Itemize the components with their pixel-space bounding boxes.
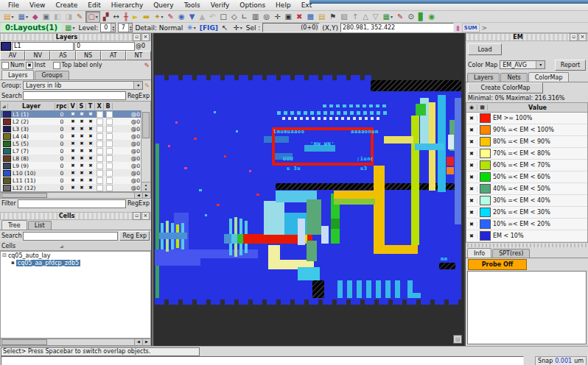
colormap-row[interactable]: ✖ 40% =< EM < 50% xyxy=(466,183,587,195)
chevron-down-icon[interactable]: ▾ xyxy=(133,82,142,89)
menu-item[interactable]: Create xyxy=(50,1,83,10)
palette-icon[interactable]: ▦ xyxy=(477,104,488,110)
b-checkbox[interactable] xyxy=(106,133,113,140)
column-header[interactable]: B xyxy=(104,103,113,110)
visible-check-icon[interactable]: ✖ xyxy=(69,133,77,139)
tree-collapse-icon[interactable]: ⊟ xyxy=(2,252,7,258)
cursor-tool-icon[interactable]: ↖ xyxy=(220,23,229,33)
float-panel-icon[interactable]: ▫ xyxy=(570,33,578,41)
text-check-icon[interactable]: ✖ xyxy=(86,177,95,183)
b-checkbox[interactable] xyxy=(106,170,113,177)
group-combo[interactable]: Layers in lib ▾ xyxy=(23,81,143,90)
crosshair-tool-button[interactable]: ✛ ▾ xyxy=(231,23,243,33)
colormap-row[interactable]: ✖ 10% =< EM < 20% xyxy=(466,219,587,230)
edit-group-icon[interactable]: ✎ xyxy=(144,82,150,89)
eye-icon[interactable]: ◉ xyxy=(466,104,477,110)
load-button[interactable]: Load xyxy=(468,43,502,55)
scrollbar-thumb[interactable] xyxy=(1,193,47,198)
layer-row[interactable]: L8 (8) 0 ✖ ✖ ✖ @0 xyxy=(1,155,141,162)
flag-button[interactable]: ⚑ ▾ xyxy=(328,12,337,22)
visible-check-icon[interactable]: ✖ xyxy=(69,111,77,117)
clean-button[interactable]: ✎ ▾ xyxy=(75,12,84,22)
visible-check-icon[interactable]: ✖ xyxy=(466,151,477,157)
create-colormap-button[interactable]: Create ColorMap xyxy=(468,82,543,93)
layout-view-icon[interactable]: ▦ ▾ xyxy=(63,23,76,33)
tab[interactable]: Groups xyxy=(35,71,69,79)
select-check-icon[interactable]: ✖ xyxy=(77,111,86,117)
column-header[interactable]: Layer xyxy=(8,103,55,110)
float-panel-icon[interactable]: ▫ xyxy=(133,33,141,41)
text-check-icon[interactable]: ✖ xyxy=(86,185,95,191)
canvas-corner-icon[interactable]: ◲ xyxy=(453,335,462,344)
raise-button[interactable]: ↑ ▾ xyxy=(351,12,360,22)
text-check-icon[interactable]: ✖ xyxy=(86,118,95,124)
x-checkbox[interactable] xyxy=(97,185,103,191)
zoom-out-button[interactable]: ▽ ▾ xyxy=(371,12,380,22)
marker-pen-button[interactable]: ✎ ▾ xyxy=(396,12,405,22)
layer-visibility-button[interactable]: AT xyxy=(101,51,126,60)
colormap-row[interactable]: ✖ 70% =< EM < 80% xyxy=(466,148,587,160)
select-check-icon[interactable]: ✖ xyxy=(77,133,86,139)
redraw-mode-button[interactable]: ✳ ▾ xyxy=(185,23,197,33)
visible-check-icon[interactable]: ✖ xyxy=(69,126,77,132)
scrollbar-thumb[interactable] xyxy=(142,112,150,138)
level-min-spinner[interactable]: 0 ▴▾ xyxy=(100,23,116,32)
layer-filter-input[interactable] xyxy=(18,199,126,208)
text-check-icon[interactable]: ✖ xyxy=(86,170,95,176)
x-checkbox[interactable] xyxy=(97,118,103,125)
key-button[interactable]: ✦ ▾ xyxy=(153,12,164,22)
layer-row[interactable]: L1 (1) 0 ✖ ✖ ✖ @0 xyxy=(1,110,141,118)
text-check-icon[interactable]: ✖ xyxy=(86,155,95,161)
scroll-left-icon[interactable]: ◀ xyxy=(134,339,142,345)
menu-item[interactable]: Hierarchy xyxy=(106,1,149,10)
layer-row[interactable]: L3 (3) 0 ✖ ✖ ✖ @0 xyxy=(1,125,141,132)
menu-item[interactable]: Help xyxy=(270,1,296,10)
current-layer-name-field[interactable] xyxy=(12,42,74,51)
b-checkbox[interactable] xyxy=(106,141,113,147)
copy-button[interactable]: ▣ ▾ xyxy=(284,12,293,22)
top-label-only-checkbox[interactable] xyxy=(53,62,60,69)
sort-icon[interactable]: ⊿ xyxy=(60,244,63,249)
em-scroll-strip[interactable] xyxy=(467,244,587,247)
delete-button[interactable]: ✖ ▾ xyxy=(295,12,304,22)
current-layer-swatch[interactable] xyxy=(1,42,11,51)
layer-visibility-button[interactable]: NT xyxy=(126,51,151,60)
x-checkbox[interactable] xyxy=(97,133,103,140)
probe-pen-button[interactable]: ✎ ▾ xyxy=(167,12,175,22)
cell-search-input[interactable] xyxy=(23,232,118,241)
align-button[interactable]: ▧ ▾ xyxy=(339,12,349,22)
b-checkbox[interactable] xyxy=(106,126,113,132)
download-button[interactable]: ▼ ▾ xyxy=(188,12,197,22)
menu-item[interactable]: File xyxy=(3,1,24,10)
layer-row[interactable]: L10 (10) 0 ✖ ✖ ✖ @0 xyxy=(1,169,141,177)
select-check-icon[interactable]: ✖ xyxy=(77,126,86,132)
colormap-row[interactable]: ✖ EM < 10% xyxy=(466,230,587,242)
visible-check-icon[interactable]: ✖ xyxy=(466,233,477,239)
text-check-icon[interactable]: ✖ xyxy=(86,126,95,132)
text-check-icon[interactable]: ✖ xyxy=(86,133,95,139)
b-checkbox[interactable] xyxy=(106,118,113,125)
select-check-icon[interactable]: ✖ xyxy=(77,177,86,183)
column-header[interactable]: rpc xyxy=(55,103,69,110)
layer-visibility-button[interactable]: NV xyxy=(25,51,50,60)
workbench-button[interactable]: ▞ ▾ xyxy=(102,12,111,22)
draw-polygon-button[interactable]: ◇ ▾ xyxy=(230,12,239,22)
menu-item[interactable]: Tools xyxy=(179,1,206,10)
marker-icon[interactable]: ▮ xyxy=(456,24,460,32)
tab[interactable]: ColorMap xyxy=(528,72,570,82)
select-check-icon[interactable]: ✖ xyxy=(77,170,86,176)
undo-button[interactable]: ↶ ▾ xyxy=(208,12,217,22)
visible-check-icon[interactable]: ✖ xyxy=(466,210,477,216)
visible-check-icon[interactable]: ✖ xyxy=(466,116,477,121)
library-button[interactable]: ◆ ▾ xyxy=(31,12,40,22)
b-checkbox[interactable] xyxy=(106,148,113,155)
scroll-right-icon[interactable]: ▶ xyxy=(142,193,150,198)
scroll-left-icon[interactable]: ◀ xyxy=(134,193,142,198)
select-check-icon[interactable]: ✖ xyxy=(77,118,86,124)
save-button[interactable]: ▦ ▾ xyxy=(16,12,29,22)
fit-width-button[interactable]: ↔ ▾ xyxy=(112,12,121,22)
visible-check-icon[interactable]: ✖ xyxy=(466,186,477,192)
visible-check-icon[interactable]: ✖ xyxy=(69,177,77,183)
tab[interactable]: SPT(res) xyxy=(492,249,530,258)
colormap-row[interactable]: ✖ 80% =< EM < 90% xyxy=(466,136,587,148)
